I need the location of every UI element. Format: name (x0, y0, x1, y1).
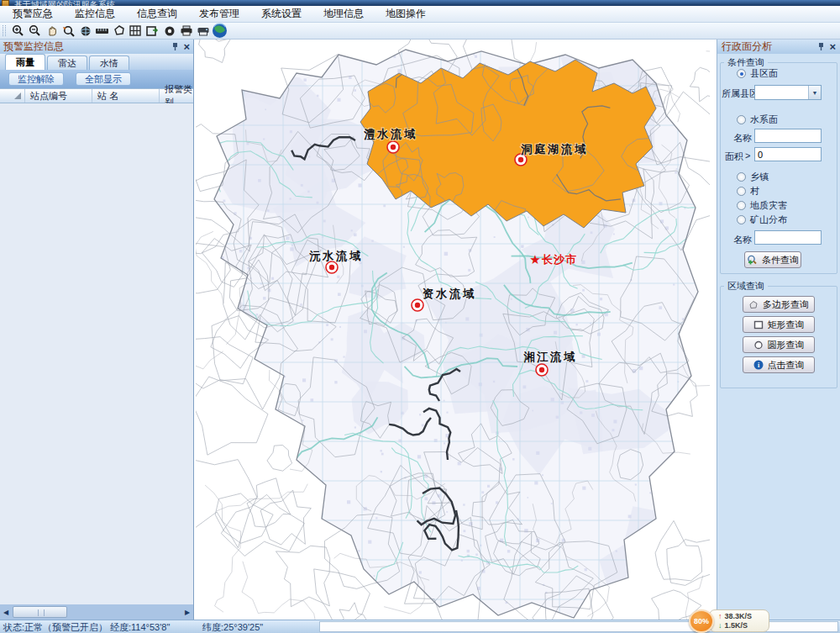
label-xiangjiang-basin: 湘江流域 (523, 350, 577, 363)
label-lishui-basin: 澧水流域 (364, 127, 417, 140)
network-speed-widget: ↑38.3K/S ↓1.5K/S 80% (689, 609, 781, 633)
warning-monitor-panel: 预警监控信息 × 雨量 雷达 水情 监控解除 全部显示 站点编号 站 名 报警类… (0, 40, 194, 620)
label-dongting-basin: 洞庭湖流域 (521, 142, 588, 156)
polygon-query-label: 多边形查询 (763, 298, 809, 311)
network-percent: 80% (694, 617, 709, 625)
upload-arrow-icon: ↑ (718, 612, 722, 621)
app-icon (2, 0, 9, 6)
menu-item-map-operations[interactable]: 地图操作 (380, 6, 432, 22)
radio-water-system[interactable]: 水系面 (737, 113, 778, 126)
station-marker-xiangjiang (536, 364, 548, 376)
map-canvas[interactable]: 澧水流域 洞庭湖流域 沅水流域 资水流域 湘江流域 ★ 长沙市 (196, 40, 710, 620)
select-polygon-icon[interactable] (111, 24, 127, 38)
click-query-label: 点击查询 (768, 359, 805, 372)
query-plus-icon (747, 255, 758, 265)
longitude-readout: 经度:114°53'8" (110, 621, 170, 633)
column-station-name[interactable]: 站 名 (92, 89, 160, 103)
changsha-star-icon: ★ (529, 252, 540, 266)
radio-geo-disaster[interactable]: 地质灾害 (737, 199, 787, 212)
radio-circle-icon (737, 187, 746, 196)
network-speed-box: ↑38.3K/S ↓1.5K/S (709, 609, 769, 632)
warning-monitor-panel-header: 预警监控信息 × (0, 40, 193, 54)
export-map-icon[interactable] (144, 24, 160, 38)
scroll-right-arrow[interactable]: ▶ (181, 605, 193, 619)
show-all-button[interactable]: 全部显示 (76, 72, 131, 86)
rect-query-button[interactable]: 矩形查询 (743, 316, 815, 333)
column-alarm-type[interactable]: 报警类别 (160, 89, 193, 103)
region-query-group-title: 区域查询 (724, 280, 768, 293)
chevron-down-icon[interactable]: ▼ (808, 86, 821, 99)
name-field-label: 名称 (733, 132, 752, 145)
release-monitor-button[interactable]: 监控解除 (8, 72, 64, 86)
tab-radar[interactable]: 雷达 (47, 55, 87, 70)
name-input[interactable] (754, 129, 822, 143)
area-input[interactable] (754, 147, 822, 161)
circle-icon (753, 340, 764, 350)
zoom-in-icon[interactable] (10, 24, 26, 38)
toolbar-grip[interactable] (3, 25, 6, 36)
menu-item-monitor-info[interactable]: 监控信息 (69, 6, 121, 22)
info-icon: i (753, 360, 764, 370)
radio-county-area[interactable]: 县区面 (737, 67, 778, 80)
radio-mine-label: 矿山分布 (750, 214, 787, 226)
table-corner-cell[interactable] (0, 89, 25, 103)
full-extent-icon[interactable] (77, 24, 93, 38)
zoom-out-icon[interactable] (27, 24, 43, 38)
close-icon[interactable]: × (183, 43, 190, 51)
area-operator: > (745, 150, 750, 161)
scrollbar-thumb[interactable] (13, 606, 67, 618)
menu-item-geo-info[interactable]: 地理信息 (318, 6, 370, 22)
network-percent-badge[interactable]: 80% (689, 609, 714, 633)
station-table-body[interactable] (0, 103, 193, 604)
admin-analysis-title: 行政面分析 (722, 40, 772, 54)
print-icon[interactable] (178, 24, 194, 38)
station-marker-dongting (515, 154, 527, 166)
label-yuanshui-basin: 沅水流域 (309, 249, 363, 262)
condition-query-button[interactable]: 条件查询 (744, 251, 801, 268)
name2-input[interactable] (754, 230, 822, 245)
circle-query-button[interactable]: 圆形查询 (743, 336, 815, 353)
column-station-id[interactable]: 站点编号 (25, 89, 92, 103)
click-query-button[interactable]: i 点击查询 (743, 356, 815, 373)
status-text: 状态:正常（预警已开启） (3, 621, 108, 633)
radio-circle-icon (737, 115, 746, 124)
station-table-header: 站点编号 站 名 报警类别 (0, 88, 193, 103)
label-zishui-basin: 资水流域 (423, 287, 476, 300)
radio-circle-icon (737, 172, 746, 182)
radio-geo-label: 地质灾害 (750, 199, 787, 212)
label-changsha-city: 长沙市 (541, 253, 577, 266)
radio-village-label: 村 (750, 185, 759, 198)
print-preview-icon[interactable] (195, 24, 211, 38)
menu-item-publish-manage[interactable]: 发布管理 (193, 6, 245, 22)
admin-analysis-panel: 行政面分析 × 条件查询 县区面 所属县区 ▼ 水系面 名称 面积 > (717, 40, 840, 620)
radio-county-label: 县区面 (750, 67, 778, 80)
county-select[interactable]: ▼ (754, 85, 822, 100)
table-horizontal-scrollbar[interactable]: ◀ ▶ (0, 604, 193, 620)
radio-town[interactable]: 乡镇 (737, 171, 769, 183)
radio-village[interactable]: 村 (737, 185, 759, 198)
pin-icon[interactable] (171, 42, 179, 51)
pan-icon[interactable] (44, 24, 60, 38)
record-icon[interactable] (161, 24, 177, 38)
radio-water-label: 水系面 (750, 113, 778, 126)
menu-item-info-query[interactable]: 信息查询 (131, 6, 183, 22)
menu-item-system-settings[interactable]: 系统设置 (255, 6, 307, 22)
title-bar: 基于城域网的防汛服务系统 (0, 0, 840, 6)
scroll-left-arrow[interactable]: ◀ (0, 605, 12, 619)
zoom-previous-icon[interactable] (60, 24, 76, 38)
grid-icon[interactable] (128, 24, 144, 38)
rect-query-label: 矩形查询 (768, 319, 805, 331)
warning-monitor-panel-title: 预警监控信息 (3, 40, 64, 54)
radio-circle-icon (737, 69, 746, 78)
pin-icon[interactable] (817, 42, 825, 51)
measure-icon[interactable] (94, 24, 110, 38)
radio-circle-icon (737, 215, 746, 224)
tab-rainfall[interactable]: 雨量 (5, 54, 45, 70)
circle-query-label: 圆形查询 (768, 339, 805, 351)
earth-icon[interactable] (212, 24, 228, 38)
radio-mine-distribution[interactable]: 矿山分布 (737, 214, 787, 226)
polygon-query-button[interactable]: 多边形查询 (743, 296, 815, 313)
close-icon[interactable]: × (829, 43, 836, 51)
tab-water-level[interactable]: 水情 (89, 55, 129, 70)
menu-item-warning-emergency[interactable]: 预警应急 (7, 6, 59, 22)
